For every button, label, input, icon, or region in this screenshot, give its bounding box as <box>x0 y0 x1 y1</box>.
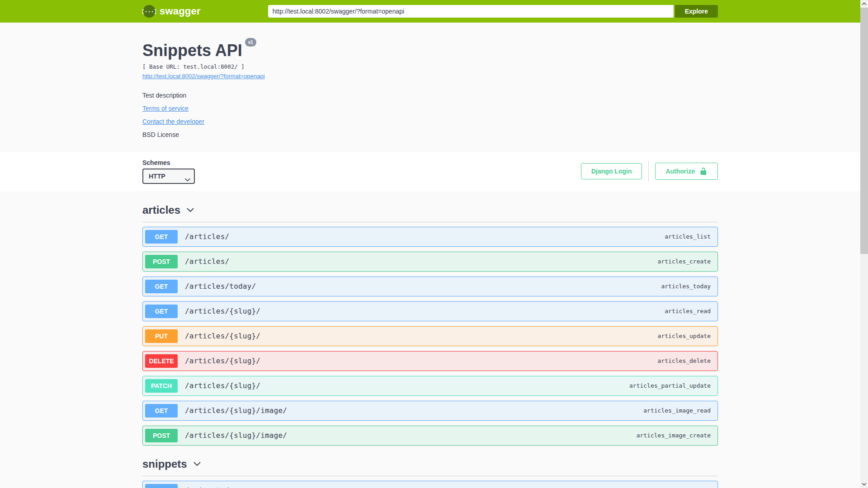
method-badge: GET <box>145 230 178 244</box>
django-login-label: Django Login <box>591 168 632 175</box>
base-url: [ Base URL: test.local:8002/ ] <box>142 63 718 70</box>
brand-name: swagger <box>160 5 201 17</box>
section-collapse-chevron-icon <box>193 460 202 469</box>
operation-id: articles_list <box>665 233 715 240</box>
auth-divider <box>648 161 649 181</box>
operation-id: articles_read <box>665 308 715 314</box>
operation-row[interactable]: GET/snippets/snippets_list <box>142 481 718 488</box>
operation-path: /articles/{slug}/ <box>185 332 260 340</box>
section-tag-label: snippets <box>142 458 187 470</box>
operation-row[interactable]: GET/articles/{slug}/image/articles_image… <box>142 401 718 421</box>
operation-id: articles_image_read <box>643 407 715 414</box>
spec-url-input[interactable] <box>268 5 674 18</box>
section-collapse-chevron-icon <box>186 206 195 215</box>
topbar: {···} swagger Explore <box>0 0 860 23</box>
operations-list: GET/snippets/snippets_list <box>142 481 718 488</box>
operation-id: articles_partial_update <box>629 382 715 389</box>
scrollbar-down-button[interactable] <box>860 480 868 488</box>
operation-id: articles_today <box>661 283 715 290</box>
operation-path: /articles/{slug}/ <box>185 307 260 315</box>
operation-path: /articles/today/ <box>185 282 256 291</box>
method-badge: POST <box>145 429 178 442</box>
auth-wrapper: Django Login Authorize <box>581 161 718 181</box>
method-badge: GET <box>145 404 178 418</box>
method-badge: POST <box>145 255 178 268</box>
page: {···} swagger Explore Snippets APIv1 [ B… <box>0 0 860 488</box>
operation-path: /articles/ <box>185 257 229 266</box>
schemes-select[interactable]: HTTP <box>142 169 195 184</box>
operation-path: /articles/ <box>185 232 229 241</box>
swagger-braces-icon: {···} <box>142 5 156 18</box>
spec-link[interactable]: http://test.local:8002/swagger/?format=o… <box>142 73 265 80</box>
api-section: articlesGET/articles/articles_listPOST/a… <box>142 191 718 446</box>
method-badge: GET <box>145 484 178 488</box>
page-title: Snippets APIv1 <box>142 42 718 60</box>
section-tag-label: articles <box>142 204 180 216</box>
contact-developer-link[interactable]: Contact the developer <box>142 118 204 125</box>
operation-row[interactable]: GET/articles/today/articles_today <box>142 277 718 296</box>
operation-path: /articles/{slug}/ <box>185 357 260 365</box>
authorize-label: Authorize <box>665 168 695 175</box>
swagger-logo[interactable]: {···} swagger <box>142 5 201 18</box>
method-badge: DELETE <box>145 354 178 368</box>
authorize-button[interactable]: Authorize <box>655 163 718 180</box>
scrollbar-up-button[interactable] <box>860 0 868 8</box>
operations-list: GET/articles/articles_listPOST/articles/… <box>142 227 718 446</box>
operation-id: articles_delete <box>658 357 715 364</box>
operation-id: articles_create <box>658 258 715 265</box>
operation-path: /articles/{slug}/image/ <box>185 431 287 440</box>
method-badge: GET <box>145 280 178 293</box>
operation-id: articles_image_create <box>637 432 715 439</box>
api-title-text: Snippets API <box>142 41 242 60</box>
operation-path: /articles/{slug}/ <box>185 381 260 390</box>
terms-of-service-link[interactable]: Terms of service <box>142 105 189 112</box>
info-section: Snippets APIv1 [ Base URL: test.local:80… <box>0 23 860 152</box>
api-description: Test description <box>142 92 718 99</box>
django-login-button[interactable]: Django Login <box>581 163 642 179</box>
operation-row[interactable]: PUT/articles/{slug}/articles_update <box>142 326 718 346</box>
svg-text:{···}: {···} <box>142 9 156 15</box>
operation-row[interactable]: DELETE/articles/{slug}/articles_delete <box>142 351 718 371</box>
api-section: snippetsGET/snippets/snippets_list <box>142 450 718 488</box>
operation-row[interactable]: POST/articles/articles_create <box>142 252 718 272</box>
operation-row[interactable]: GET/articles/{slug}/articles_read <box>142 301 718 321</box>
operation-path: /articles/{slug}/image/ <box>185 406 287 415</box>
operation-row[interactable]: GET/articles/articles_list <box>142 227 718 247</box>
license-text: BSD License <box>142 131 718 138</box>
operation-row[interactable]: PATCH/articles/{slug}/articles_partial_u… <box>142 376 718 396</box>
operations-main: articlesGET/articles/articles_listPOST/a… <box>0 191 860 488</box>
version-badge: v1 <box>245 38 256 47</box>
section-header-snippets[interactable]: snippets <box>142 450 718 476</box>
method-badge: PATCH <box>145 379 178 393</box>
api-sections: articlesGET/articles/articles_listPOST/a… <box>142 191 718 488</box>
unlocked-padlock-icon <box>699 167 708 175</box>
operation-path: /snippets/ <box>185 486 229 488</box>
method-badge: GET <box>145 305 178 318</box>
method-badge: PUT <box>145 329 178 343</box>
schemes-block: Schemes HTTP <box>142 159 195 184</box>
explore-button[interactable]: Explore <box>675 5 718 18</box>
section-header-articles[interactable]: articles <box>142 191 718 222</box>
vertical-scrollbar[interactable] <box>860 0 868 488</box>
schemes-label: Schemes <box>142 159 195 166</box>
scheme-section: Schemes HTTP Django Login Authorize <box>0 152 860 191</box>
operation-id: articles_update <box>658 333 715 339</box>
scrollbar-thumb[interactable] <box>860 8 868 254</box>
operation-row[interactable]: POST/articles/{slug}/image/articles_imag… <box>142 426 718 446</box>
